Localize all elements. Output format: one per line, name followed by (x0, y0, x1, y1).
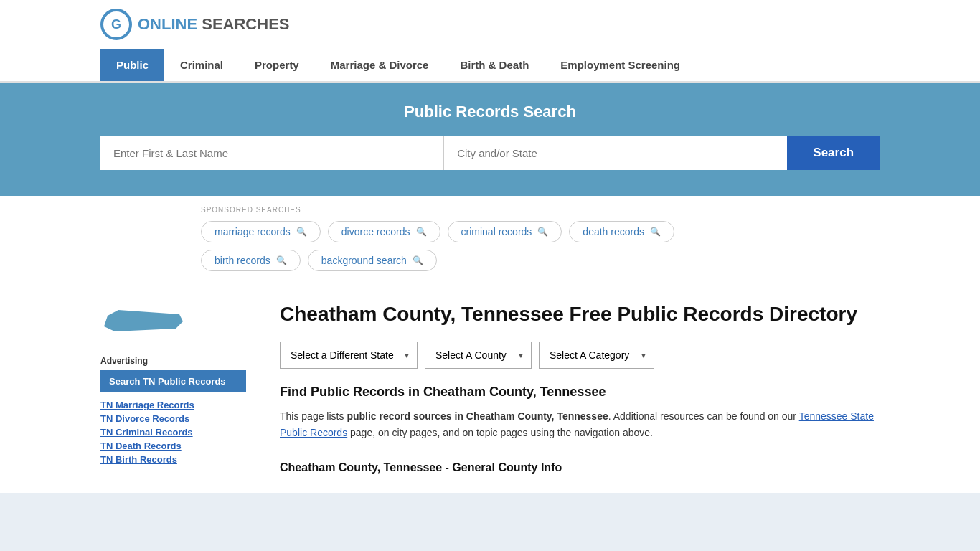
nav-birth-death[interactable]: Birth & Death (444, 49, 545, 81)
search-icon-3: 🔍 (650, 227, 661, 237)
tag-divorce-records[interactable]: divorce records 🔍 (328, 221, 440, 242)
sidebar-ad-label: Advertising (100, 356, 246, 366)
tag-death-label: death records (583, 226, 644, 237)
svg-marker-2 (104, 310, 183, 331)
sidebar-featured-link[interactable]: Search TN Public Records (100, 370, 246, 392)
logo-searches: SEARCHES (202, 15, 289, 33)
find-title: Find Public Records in Cheatham County, … (280, 385, 880, 400)
general-info-title: Cheatham County, Tennessee - General Cou… (280, 451, 880, 474)
find-desc-text-2: . Additional resources can be found on o… (608, 410, 799, 422)
nav-criminal[interactable]: Criminal (164, 49, 239, 81)
search-bar: Search (100, 136, 880, 170)
svg-text:G: G (111, 17, 121, 32)
county-dropdown[interactable]: Select A County (425, 342, 532, 369)
sponsored-label: SPONSORED SEARCHES (201, 206, 779, 214)
content-area: Cheatham County, Tennessee Free Public R… (258, 287, 880, 493)
tag-death-records[interactable]: death records 🔍 (569, 221, 674, 242)
find-description: This page lists public record sources in… (280, 408, 880, 441)
tag-criminal-records[interactable]: criminal records 🔍 (448, 221, 562, 242)
tag-marriage-label: marriage records (215, 226, 291, 237)
search-icon-0: 🔍 (296, 227, 307, 237)
sidebar-link-0[interactable]: TN Marriage Records (100, 400, 246, 410)
logo-online: ONLINE (138, 15, 197, 33)
find-desc-text-1: This page lists (280, 410, 347, 422)
nav-public[interactable]: Public (100, 49, 164, 81)
category-dropdown[interactable]: Select A Category (539, 342, 654, 369)
sidebar-link-2[interactable]: TN Criminal Records (100, 427, 246, 438)
header: G ONLINE SEARCHES (0, 0, 980, 49)
tag-background-label: background search (321, 255, 407, 266)
tag-background-search[interactable]: background search 🔍 (308, 250, 437, 271)
sidebar-link-1[interactable]: TN Divorce Records (100, 413, 246, 424)
main-content: Advertising Search TN Public Records TN … (0, 287, 980, 493)
logo: G ONLINE SEARCHES (100, 9, 290, 40)
state-dropdown-wrapper: Select a Different State (280, 342, 418, 369)
search-button[interactable]: Search (787, 136, 880, 170)
tag-marriage-records[interactable]: marriage records 🔍 (201, 221, 321, 242)
tag-divorce-label: divorce records (341, 226, 410, 237)
hero-title: Public Records Search (100, 103, 880, 121)
city-input[interactable] (443, 136, 787, 170)
category-dropdown-wrapper: Select A Category (539, 342, 654, 369)
sidebar: Advertising Search TN Public Records TN … (100, 287, 258, 493)
sidebar-link-4[interactable]: TN Birth Records (100, 454, 246, 465)
sidebar-link-3[interactable]: TN Death Records (100, 441, 246, 451)
tag-criminal-label: criminal records (461, 226, 532, 237)
name-input[interactable] (100, 136, 443, 170)
tag-birth-records[interactable]: birth records 🔍 (201, 250, 301, 271)
nav-marriage-divorce[interactable]: Marriage & Divorce (315, 49, 445, 81)
logo-icon: G (100, 9, 132, 40)
nav-property[interactable]: Property (239, 49, 315, 81)
sponsored-container: SPONSORED SEARCHES marriage records 🔍 di… (100, 196, 880, 277)
search-icon-2: 🔍 (537, 227, 548, 237)
hero-section: Public Records Search Search (0, 83, 980, 196)
state-dropdown[interactable]: Select a Different State (280, 342, 418, 369)
find-desc-text-3: page, on city pages, and on topic pages … (347, 427, 653, 438)
county-dropdown-wrapper: Select A County (425, 342, 532, 369)
find-desc-bold: public record sources in Cheatham County… (347, 410, 608, 422)
nav-employment[interactable]: Employment Screening (545, 49, 696, 81)
main-nav: Public Criminal Property Marriage & Divo… (0, 49, 980, 83)
page-title: Cheatham County, Tennessee Free Public R… (280, 301, 880, 327)
search-icon-5: 🔍 (413, 255, 423, 265)
tennessee-map-icon (100, 301, 187, 341)
search-icon-1: 🔍 (416, 227, 427, 237)
sponsored-section: SPONSORED SEARCHES marriage records 🔍 di… (0, 196, 980, 287)
sponsored-links: marriage records 🔍 divorce records 🔍 cri… (201, 221, 779, 271)
tag-birth-label: birth records (215, 255, 270, 266)
dropdown-row: Select a Different State Select A County… (280, 342, 880, 369)
search-icon-4: 🔍 (276, 255, 287, 265)
